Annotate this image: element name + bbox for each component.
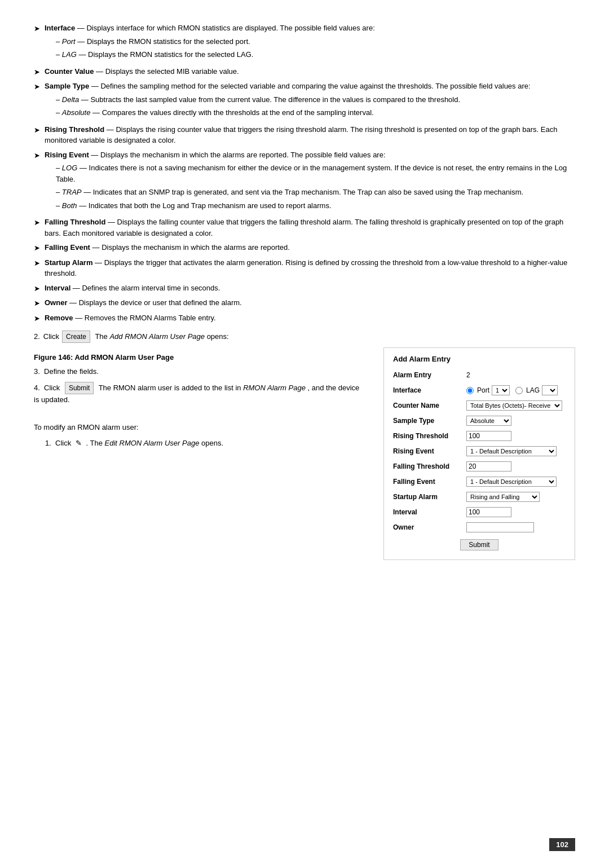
label-falling-threshold: Falling Threshold xyxy=(45,218,105,226)
step-4: 4. Click Submit The RMON alarm user is a… xyxy=(34,382,367,406)
bullet-sample-type: ➤ Sample Type — Defines the sampling met… xyxy=(34,81,575,121)
sub-trap-italic: TRAP xyxy=(62,188,82,196)
label-sample-type: Sample Type xyxy=(45,82,89,90)
modify-step1: 1. Click ✎ . The Edit RMON Alarm User Pa… xyxy=(45,438,367,449)
step4-text: The RMON alarm user is added to the list… xyxy=(99,384,241,392)
alarm-box: Add Alarm Entry Alarm Entry 2 Interface … xyxy=(383,347,575,560)
arrow-icon: ➤ xyxy=(34,243,40,254)
sub-list-interface: Port — Displays the RMON statistics for … xyxy=(56,36,375,60)
alarm-value-falling-event: 1 - Default Description xyxy=(466,477,566,487)
page-number: 102 xyxy=(549,838,575,851)
sub-list-sample: Delta — Subtracts the last sampled value… xyxy=(56,94,531,118)
alarm-label-interval: Interval xyxy=(393,508,466,516)
label-rising-threshold: Rising Threshold xyxy=(45,125,104,134)
figure-label: Figure 146: Add RMON Alarm User Page xyxy=(34,353,367,362)
step-2: 2. Click Create The Add RMON Alarm User … xyxy=(34,331,575,343)
label-counter-value: Counter Value xyxy=(45,67,94,76)
alarm-label-rising-threshold: Rising Threshold xyxy=(393,432,466,440)
submit-row: Submit xyxy=(393,539,566,550)
sub-delta: Delta — Subtracts the last sampled value… xyxy=(56,94,531,105)
startup-alarm-select[interactable]: Rising and Falling xyxy=(466,492,540,502)
sub-lag-italic: LAG xyxy=(62,50,77,59)
text-counter-value: — Displays the selected MIB variable val… xyxy=(94,67,239,76)
text-interval: — Defines the alarm interval time in sec… xyxy=(70,284,220,292)
sub-both-text: — Indicates that both the Log and Trap m… xyxy=(77,201,332,210)
sub-both: Both — Indicates that both the Log and T… xyxy=(56,200,575,212)
label-interface: Interface xyxy=(45,24,75,32)
sub-port-italic: Port xyxy=(62,37,76,46)
radio-lag[interactable] xyxy=(515,387,523,394)
sub-lag-text: — Displays the RMON statistics for the s… xyxy=(77,50,254,59)
alarm-submit-button[interactable]: Submit xyxy=(460,539,498,550)
step-3: 3. Define the fields. xyxy=(34,366,367,377)
alarm-label-counter-name: Counter Name xyxy=(393,402,466,409)
step3-num: 3. xyxy=(34,367,40,376)
sub-port-text: — Displays the RMON statistics for the s… xyxy=(76,37,250,46)
label-falling-event: Falling Event xyxy=(45,243,90,252)
label-owner: Owner xyxy=(45,298,67,307)
alarm-row-rising-threshold: Rising Threshold xyxy=(393,430,566,442)
alarm-value-owner xyxy=(466,522,566,532)
counter-name-select[interactable]: Total Bytes (Octets)- Receive xyxy=(466,400,562,411)
bullet-falling-threshold: ➤ Falling Threshold — Displays the falli… xyxy=(34,217,575,239)
text-rising-event: — Displays the mechanism in which the al… xyxy=(89,151,386,159)
alarm-value-interval xyxy=(466,507,566,517)
arrow-icon: ➤ xyxy=(34,150,40,161)
bullet-interface: ➤ Interface — Displays interface for whi… xyxy=(34,23,575,63)
alarm-label-owner: Owner xyxy=(393,523,466,531)
interval-input[interactable] xyxy=(466,507,511,517)
radio-port[interactable] xyxy=(466,387,474,394)
step2-page-name: Add RMON Alarm User Page xyxy=(109,331,205,342)
sub-trap: TRAP — Indicates that an SNMP trap is ge… xyxy=(56,187,575,198)
alarm-row-owner: Owner xyxy=(393,521,566,534)
sub-both-italic: Both xyxy=(62,201,77,210)
port-select[interactable]: 1 xyxy=(492,385,510,395)
text-interface: — Displays interface for which RMON stat… xyxy=(75,24,375,32)
alarm-label-sample-type: Sample Type xyxy=(393,417,466,425)
submit-button-step4[interactable]: Submit xyxy=(65,382,94,394)
alarm-row-interface: Interface Port 1 LAG xyxy=(393,384,566,396)
owner-input[interactable] xyxy=(466,522,534,532)
sub-delta-italic: Delta xyxy=(62,95,79,104)
falling-event-select[interactable]: 1 - Default Description xyxy=(466,477,557,487)
alarm-box-container: Add Alarm Entry Alarm Entry 2 Interface … xyxy=(383,347,575,560)
modify-intro-text: To modify an RMON alarm user: xyxy=(34,423,139,431)
arrow-icon: ➤ xyxy=(34,67,40,78)
sub-absolute-italic: Absolute xyxy=(62,108,91,117)
label-remove: Remove xyxy=(45,314,73,322)
alarm-label-rising-event: Rising Event xyxy=(393,447,466,455)
alarm-label-startup-alarm: Startup Alarm xyxy=(393,493,466,501)
alarm-value-startup-alarm: Rising and Falling xyxy=(466,492,566,502)
sub-lag: LAG — Displays the RMON statistics for t… xyxy=(56,49,375,60)
create-button[interactable]: Create xyxy=(62,331,90,343)
pencil-icon: ✎ xyxy=(76,439,82,447)
radio-port-label: Port xyxy=(477,386,489,394)
text-rising-threshold: — Displays the rising counter value that… xyxy=(45,125,557,145)
step4-prefix: Click xyxy=(44,384,60,392)
falling-threshold-input[interactable] xyxy=(466,461,511,472)
sub-absolute: Absolute — Compares the values directly … xyxy=(56,107,531,118)
lag-select[interactable] xyxy=(542,385,558,395)
arrow-icon: ➤ xyxy=(34,298,40,309)
modify-intro: To modify an RMON alarm user: xyxy=(34,422,367,433)
arrow-icon: ➤ xyxy=(34,313,40,324)
text-owner: — Displays the device or user that defin… xyxy=(67,298,241,307)
bullet-rising-event: ➤ Rising Event — Displays the mechanism … xyxy=(34,149,575,214)
sub-port: Port — Displays the RMON statistics for … xyxy=(56,36,375,47)
rising-event-select[interactable]: 1 - Default Description xyxy=(466,446,557,456)
sub-list-rising: LOG — Indicates there is not a saving me… xyxy=(56,162,575,211)
arrow-icon: ➤ xyxy=(34,23,40,34)
two-col-section: Figure 146: Add RMON Alarm User Page 3. … xyxy=(34,347,575,560)
sub-log-text: — Indicates there is not a saving mechan… xyxy=(56,164,567,183)
arrow-icon: ➤ xyxy=(34,283,40,294)
alarm-value-rising-threshold xyxy=(466,431,566,441)
rising-threshold-input[interactable] xyxy=(466,431,511,441)
modify-step1-suffix: . The xyxy=(86,439,103,447)
alarm-row-falling-event: Falling Event 1 - Default Description xyxy=(393,475,566,488)
bullet-falling-event: ➤ Falling Event — Displays the mechanism… xyxy=(34,242,575,254)
step2-suffix: The xyxy=(93,331,109,342)
sample-type-select[interactable]: Absolute xyxy=(466,416,511,426)
step4-num: 4. xyxy=(34,384,40,392)
label-rising-event: Rising Event xyxy=(45,151,89,159)
modify-step1-prefix: Click xyxy=(55,439,71,447)
